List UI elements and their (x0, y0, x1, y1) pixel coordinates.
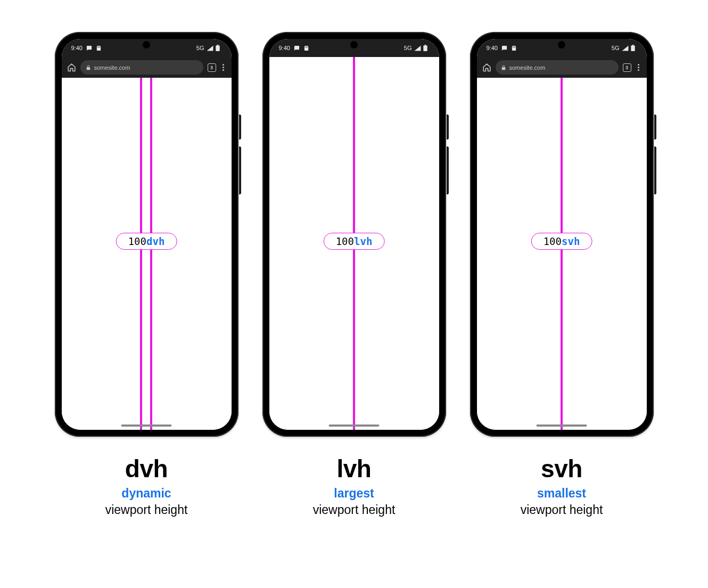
svg-rect-5 (632, 45, 633, 46)
badge-value: 100 (128, 235, 146, 247)
caption-accent: largest (334, 486, 374, 500)
message-icon (294, 45, 300, 51)
signal-icon (207, 45, 213, 51)
status-right: 5G (404, 45, 427, 51)
tab-count[interactable]: 3 (208, 63, 216, 72)
camera-notch (558, 41, 565, 48)
caption-rest: viewport height (105, 503, 188, 517)
camera-roll-icon (96, 45, 102, 51)
caption: dvh dynamic viewport height (105, 454, 188, 518)
url-text: somesite.com (509, 64, 546, 71)
battery-icon (216, 45, 220, 51)
status-left: 9:40 (279, 45, 309, 51)
measurement-badge: 100dvh (116, 233, 177, 250)
url-field[interactable]: somesite.com (80, 60, 203, 75)
caption: lvh largest viewport height (313, 454, 396, 518)
svg-rect-2 (423, 45, 427, 51)
badge-value: 100 (544, 235, 562, 247)
phone-frame: 9:40 5G (470, 32, 654, 437)
tab-count[interactable]: 3 (623, 63, 631, 72)
lock-icon (86, 65, 91, 70)
status-time: 9:40 (279, 45, 290, 51)
phone-screen: 9:40 5G (269, 39, 439, 430)
battery-icon (423, 45, 427, 51)
more-menu-icon[interactable] (636, 64, 641, 71)
message-icon (86, 45, 92, 51)
nav-handle (329, 424, 380, 427)
browser-url-bar: somesite.com 3 (477, 57, 647, 78)
measurement-badge: 100lvh (324, 233, 385, 250)
camera-notch (350, 41, 358, 48)
camera-roll-icon (511, 45, 517, 51)
measure-line (561, 78, 563, 430)
caption-desc: largest viewport height (313, 485, 396, 518)
caption-title: dvh (105, 454, 188, 483)
badge-value: 100 (336, 235, 354, 247)
badge-unit: svh (562, 235, 580, 247)
lock-icon (501, 65, 506, 70)
phone-lvh: 9:40 5G (262, 32, 446, 518)
caption-desc: dynamic viewport height (105, 485, 188, 518)
phone-frame: 9:40 5G (55, 32, 238, 437)
camera-roll-icon (303, 45, 309, 51)
svg-rect-1 (217, 45, 218, 46)
svg-rect-4 (631, 45, 635, 51)
message-icon (501, 45, 507, 51)
nav-handle (121, 424, 172, 427)
status-time: 9:40 (71, 45, 83, 51)
svg-rect-0 (216, 45, 219, 51)
status-left: 9:40 (71, 45, 102, 51)
status-left: 9:40 (487, 45, 517, 51)
url-text: somesite.com (94, 64, 130, 71)
phone-dvh: 9:40 5G (55, 32, 238, 518)
badge-unit: lvh (354, 235, 372, 247)
home-icon[interactable] (67, 63, 76, 72)
signal-icon (414, 45, 421, 51)
caption-rest: viewport height (521, 503, 603, 517)
phone-svh: 9:40 5G (470, 32, 654, 518)
camera-notch (143, 41, 150, 48)
network-label: 5G (404, 45, 412, 51)
url-field[interactable]: somesite.com (496, 60, 619, 75)
phone-screen: 9:40 5G (62, 39, 232, 430)
caption-title: svh (521, 454, 603, 483)
more-menu-icon[interactable] (220, 64, 226, 71)
status-time: 9:40 (487, 45, 498, 51)
phone-frame: 9:40 5G (262, 32, 446, 437)
status-right: 5G (196, 45, 220, 51)
badge-unit: dvh (146, 235, 164, 247)
caption-desc: smallest viewport height (521, 485, 603, 518)
page-content (62, 78, 232, 430)
signal-icon (622, 45, 629, 51)
caption-accent: dynamic (121, 486, 171, 500)
phone-screen: 9:40 5G (477, 39, 647, 430)
svg-rect-3 (424, 45, 426, 46)
caption-accent: smallest (537, 486, 586, 500)
caption: svh smallest viewport height (521, 454, 603, 518)
home-icon[interactable] (482, 63, 491, 72)
nav-handle (537, 424, 587, 427)
battery-icon (631, 45, 635, 51)
status-right: 5G (612, 45, 635, 51)
browser-url-bar: somesite.com 3 (62, 57, 232, 78)
caption-rest: viewport height (313, 503, 396, 517)
network-label: 5G (612, 45, 620, 51)
measurement-badge: 100svh (531, 233, 592, 250)
network-label: 5G (196, 45, 204, 51)
caption-title: lvh (313, 454, 396, 483)
